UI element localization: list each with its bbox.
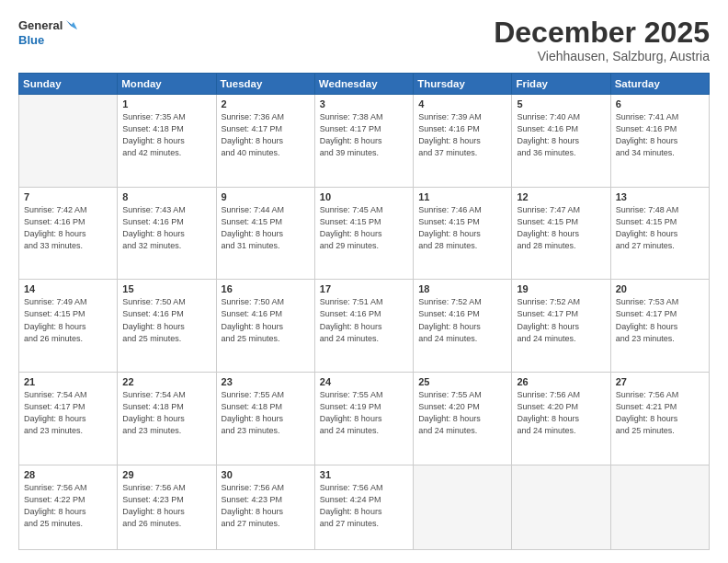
day-number: 2 bbox=[222, 98, 310, 109]
day-number: 19 bbox=[517, 283, 605, 294]
calendar-cell: 17Sunrise: 7:51 AMSunset: 4:16 PMDayligh… bbox=[314, 280, 413, 373]
day-info: Sunrise: 7:51 AMSunset: 4:16 PMDaylight:… bbox=[320, 296, 408, 344]
day-info: Sunrise: 7:38 AMSunset: 4:17 PMDaylight:… bbox=[320, 111, 408, 159]
month-title: December 2025 bbox=[494, 17, 710, 49]
calendar-cell: 7Sunrise: 7:42 AMSunset: 4:16 PMDaylight… bbox=[19, 187, 118, 280]
calendar-header-row: Sunday Monday Tuesday Wednesday Thursday… bbox=[19, 74, 710, 95]
calendar-cell bbox=[414, 465, 512, 549]
calendar-cell: 8Sunrise: 7:43 AMSunset: 4:16 PMDaylight… bbox=[118, 187, 216, 280]
day-info: Sunrise: 7:41 AMSunset: 4:16 PMDaylight:… bbox=[616, 111, 704, 159]
day-info: Sunrise: 7:56 AMSunset: 4:22 PMDaylight:… bbox=[24, 482, 112, 530]
day-number: 8 bbox=[122, 191, 210, 202]
calendar-cell: 18Sunrise: 7:52 AMSunset: 4:16 PMDayligh… bbox=[414, 280, 512, 373]
day-info: Sunrise: 7:45 AMSunset: 4:15 PMDaylight:… bbox=[320, 204, 408, 252]
day-number: 1 bbox=[122, 98, 210, 109]
day-info: Sunrise: 7:36 AMSunset: 4:17 PMDaylight:… bbox=[222, 111, 310, 159]
col-saturday: Saturday bbox=[610, 74, 709, 95]
logo-svg: General Blue bbox=[18, 17, 83, 52]
day-info: Sunrise: 7:56 AMSunset: 4:24 PMDaylight:… bbox=[320, 482, 408, 530]
calendar-cell: 24Sunrise: 7:55 AMSunset: 4:19 PMDayligh… bbox=[314, 373, 413, 465]
calendar-cell: 21Sunrise: 7:54 AMSunset: 4:17 PMDayligh… bbox=[19, 373, 118, 465]
day-info: Sunrise: 7:52 AMSunset: 4:16 PMDaylight:… bbox=[418, 296, 506, 344]
day-info: Sunrise: 7:55 AMSunset: 4:20 PMDaylight:… bbox=[418, 389, 506, 437]
day-info: Sunrise: 7:52 AMSunset: 4:17 PMDaylight:… bbox=[517, 296, 605, 344]
calendar-cell: 13Sunrise: 7:48 AMSunset: 4:15 PMDayligh… bbox=[610, 187, 709, 280]
calendar-table: Sunday Monday Tuesday Wednesday Thursday… bbox=[18, 73, 710, 550]
day-info: Sunrise: 7:42 AMSunset: 4:16 PMDaylight:… bbox=[24, 204, 112, 252]
day-number: 27 bbox=[616, 376, 704, 387]
day-number: 11 bbox=[418, 191, 506, 202]
calendar-cell: 30Sunrise: 7:56 AMSunset: 4:23 PMDayligh… bbox=[216, 465, 314, 549]
calendar-cell: 6Sunrise: 7:41 AMSunset: 4:16 PMDaylight… bbox=[610, 95, 709, 188]
calendar-cell: 22Sunrise: 7:54 AMSunset: 4:18 PMDayligh… bbox=[118, 373, 216, 465]
calendar-cell: 31Sunrise: 7:56 AMSunset: 4:24 PMDayligh… bbox=[314, 465, 413, 549]
day-number: 3 bbox=[320, 98, 408, 109]
calendar-cell: 3Sunrise: 7:38 AMSunset: 4:17 PMDaylight… bbox=[314, 95, 413, 188]
day-info: Sunrise: 7:54 AMSunset: 4:17 PMDaylight:… bbox=[24, 389, 112, 437]
calendar-cell: 29Sunrise: 7:56 AMSunset: 4:23 PMDayligh… bbox=[118, 465, 216, 549]
col-thursday: Thursday bbox=[414, 74, 512, 95]
day-number: 30 bbox=[222, 469, 310, 480]
svg-text:General: General bbox=[18, 18, 63, 32]
calendar-cell: 9Sunrise: 7:44 AMSunset: 4:15 PMDaylight… bbox=[216, 187, 314, 280]
day-number: 29 bbox=[122, 469, 210, 480]
logo: General Blue bbox=[18, 17, 83, 52]
day-info: Sunrise: 7:56 AMSunset: 4:21 PMDaylight:… bbox=[616, 389, 704, 437]
day-info: Sunrise: 7:56 AMSunset: 4:23 PMDaylight:… bbox=[122, 482, 210, 530]
day-number: 10 bbox=[320, 191, 408, 202]
calendar-cell: 5Sunrise: 7:40 AMSunset: 4:16 PMDaylight… bbox=[512, 95, 610, 188]
day-info: Sunrise: 7:55 AMSunset: 4:19 PMDaylight:… bbox=[320, 389, 408, 437]
day-info: Sunrise: 7:49 AMSunset: 4:15 PMDaylight:… bbox=[24, 296, 112, 344]
day-number: 4 bbox=[418, 98, 506, 109]
location: Viehhausen, Salzburg, Austria bbox=[494, 49, 710, 63]
day-number: 13 bbox=[616, 191, 704, 202]
day-info: Sunrise: 7:53 AMSunset: 4:17 PMDaylight:… bbox=[616, 296, 704, 344]
day-number: 15 bbox=[122, 283, 210, 294]
day-number: 5 bbox=[517, 98, 605, 109]
col-wednesday: Wednesday bbox=[314, 74, 413, 95]
day-info: Sunrise: 7:47 AMSunset: 4:15 PMDaylight:… bbox=[517, 204, 605, 252]
calendar-cell: 23Sunrise: 7:55 AMSunset: 4:18 PMDayligh… bbox=[216, 373, 314, 465]
day-info: Sunrise: 7:56 AMSunset: 4:20 PMDaylight:… bbox=[517, 389, 605, 437]
day-info: Sunrise: 7:50 AMSunset: 4:16 PMDaylight:… bbox=[122, 296, 210, 344]
calendar-cell: 2Sunrise: 7:36 AMSunset: 4:17 PMDaylight… bbox=[216, 95, 314, 188]
calendar-cell: 1Sunrise: 7:35 AMSunset: 4:18 PMDaylight… bbox=[118, 95, 216, 188]
day-number: 25 bbox=[418, 376, 506, 387]
day-number: 26 bbox=[517, 376, 605, 387]
day-info: Sunrise: 7:56 AMSunset: 4:23 PMDaylight:… bbox=[222, 482, 310, 530]
day-number: 31 bbox=[320, 469, 408, 480]
day-number: 6 bbox=[616, 98, 704, 109]
calendar-cell bbox=[19, 95, 118, 188]
day-info: Sunrise: 7:55 AMSunset: 4:18 PMDaylight:… bbox=[222, 389, 310, 437]
day-info: Sunrise: 7:44 AMSunset: 4:15 PMDaylight:… bbox=[222, 204, 310, 252]
day-info: Sunrise: 7:54 AMSunset: 4:18 PMDaylight:… bbox=[122, 389, 210, 437]
calendar-cell: 26Sunrise: 7:56 AMSunset: 4:20 PMDayligh… bbox=[512, 373, 610, 465]
svg-text:Blue: Blue bbox=[18, 33, 44, 47]
calendar-cell: 28Sunrise: 7:56 AMSunset: 4:22 PMDayligh… bbox=[19, 465, 118, 549]
day-info: Sunrise: 7:46 AMSunset: 4:15 PMDaylight:… bbox=[418, 204, 506, 252]
calendar-cell: 11Sunrise: 7:46 AMSunset: 4:15 PMDayligh… bbox=[414, 187, 512, 280]
page: General Blue December 2025 Viehhausen, S… bbox=[0, 0, 728, 563]
calendar-cell: 12Sunrise: 7:47 AMSunset: 4:15 PMDayligh… bbox=[512, 187, 610, 280]
day-number: 28 bbox=[24, 469, 112, 480]
col-sunday: Sunday bbox=[19, 74, 118, 95]
col-friday: Friday bbox=[512, 74, 610, 95]
calendar-cell: 4Sunrise: 7:39 AMSunset: 4:16 PMDaylight… bbox=[414, 95, 512, 188]
calendar-cell bbox=[610, 465, 709, 549]
day-info: Sunrise: 7:35 AMSunset: 4:18 PMDaylight:… bbox=[122, 111, 210, 159]
day-number: 24 bbox=[320, 376, 408, 387]
col-monday: Monday bbox=[118, 74, 216, 95]
day-number: 21 bbox=[24, 376, 112, 387]
day-number: 12 bbox=[517, 191, 605, 202]
calendar-cell: 10Sunrise: 7:45 AMSunset: 4:15 PMDayligh… bbox=[314, 187, 413, 280]
day-number: 16 bbox=[222, 283, 310, 294]
calendar-cell: 25Sunrise: 7:55 AMSunset: 4:20 PMDayligh… bbox=[414, 373, 512, 465]
day-number: 14 bbox=[24, 283, 112, 294]
calendar-cell: 27Sunrise: 7:56 AMSunset: 4:21 PMDayligh… bbox=[610, 373, 709, 465]
day-number: 22 bbox=[122, 376, 210, 387]
day-info: Sunrise: 7:39 AMSunset: 4:16 PMDaylight:… bbox=[418, 111, 506, 159]
day-number: 23 bbox=[222, 376, 310, 387]
calendar-cell: 15Sunrise: 7:50 AMSunset: 4:16 PMDayligh… bbox=[118, 280, 216, 373]
day-info: Sunrise: 7:48 AMSunset: 4:15 PMDaylight:… bbox=[616, 204, 704, 252]
calendar-cell: 20Sunrise: 7:53 AMSunset: 4:17 PMDayligh… bbox=[610, 280, 709, 373]
